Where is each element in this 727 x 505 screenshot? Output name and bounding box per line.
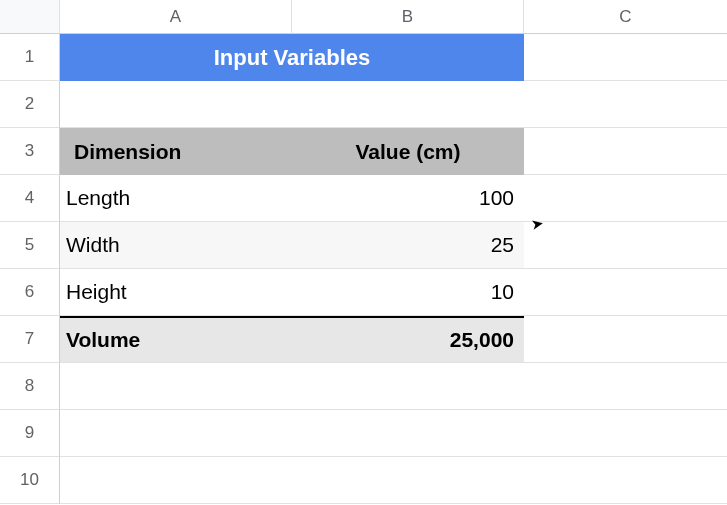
col-header-c[interactable]: C xyxy=(524,0,727,34)
row-header-3[interactable]: 3 xyxy=(0,128,60,175)
row-header-4[interactable]: 4 xyxy=(0,175,60,222)
cell-c8[interactable] xyxy=(524,363,727,410)
cell-c7[interactable] xyxy=(524,316,727,363)
cell-c5[interactable] xyxy=(524,222,727,269)
spreadsheet-grid: A B C 1 Input Variables 2 3 Dimension Va… xyxy=(0,0,727,504)
cell-a9[interactable] xyxy=(60,410,292,457)
cell-width-label[interactable]: Width xyxy=(60,222,292,269)
cell-title[interactable]: Input Variables xyxy=(60,34,524,81)
cell-c1[interactable] xyxy=(524,34,727,81)
cell-height-label[interactable]: Height xyxy=(60,269,292,316)
col-header-a[interactable]: A xyxy=(60,0,292,34)
cell-a2[interactable] xyxy=(60,81,292,128)
cell-volume-label[interactable]: Volume xyxy=(60,316,292,363)
row-header-1[interactable]: 1 xyxy=(0,34,60,81)
cell-a10[interactable] xyxy=(60,457,292,504)
cell-c6[interactable] xyxy=(524,269,727,316)
cell-head-dimension[interactable]: Dimension xyxy=(60,128,292,175)
row-header-2[interactable]: 2 xyxy=(0,81,60,128)
row-header-8[interactable]: 8 xyxy=(0,363,60,410)
cell-c2[interactable] xyxy=(524,81,727,128)
cell-c10[interactable] xyxy=(524,457,727,504)
row-header-10[interactable]: 10 xyxy=(0,457,60,504)
row-header-6[interactable]: 6 xyxy=(0,269,60,316)
select-all-corner[interactable] xyxy=(0,0,60,34)
cell-head-value[interactable]: Value (cm) xyxy=(292,128,524,175)
row-header-7[interactable]: 7 xyxy=(0,316,60,363)
cell-c9[interactable] xyxy=(524,410,727,457)
cell-c3[interactable] xyxy=(524,128,727,175)
cell-length-label[interactable]: Length xyxy=(60,175,292,222)
cell-length-value[interactable]: 100 xyxy=(292,175,524,222)
cell-b10[interactable] xyxy=(292,457,524,504)
cell-b9[interactable] xyxy=(292,410,524,457)
cell-height-value[interactable]: 10 xyxy=(292,269,524,316)
row-header-5[interactable]: 5 xyxy=(0,222,60,269)
cell-c4[interactable] xyxy=(524,175,727,222)
cell-b2[interactable] xyxy=(292,81,524,128)
cell-a8[interactable] xyxy=(60,363,292,410)
row-header-9[interactable]: 9 xyxy=(0,410,60,457)
cell-b8[interactable] xyxy=(292,363,524,410)
cell-volume-value[interactable]: 25,000 xyxy=(292,316,524,363)
col-header-b[interactable]: B xyxy=(292,0,524,34)
cell-width-value[interactable]: 25 xyxy=(292,222,524,269)
